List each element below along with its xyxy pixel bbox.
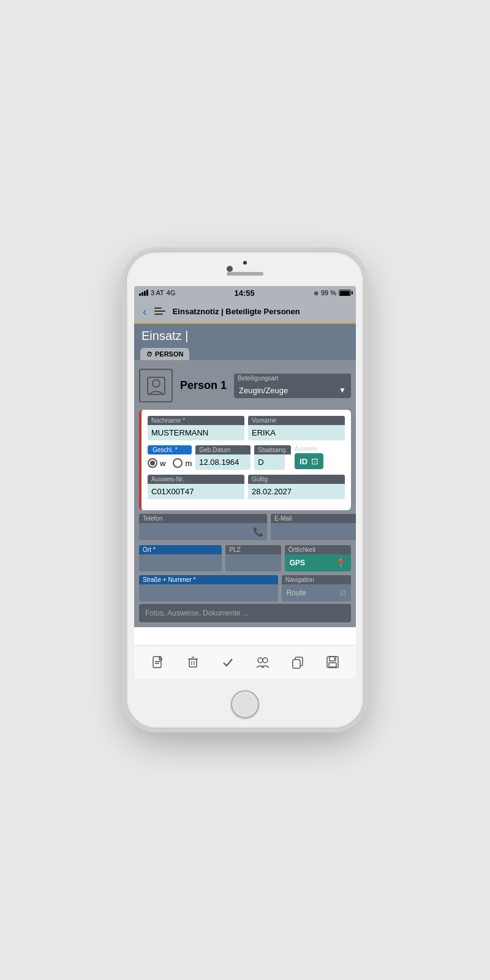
- route-icon: ⊡: [340, 589, 346, 597]
- gebdatum-input[interactable]: [195, 454, 251, 470]
- beteiligungsart-dropdown[interactable]: Zeugin/Zeuge ▼: [234, 383, 351, 398]
- staatsang-col: Staatsang.: [254, 445, 291, 470]
- check-icon: [221, 655, 235, 669]
- person-name: Person 1: [180, 379, 227, 392]
- route-label: Route: [287, 589, 306, 597]
- network-label: 4G: [167, 289, 176, 296]
- toolbar: [134, 645, 356, 679]
- ausweis-col: Ausweis ID ⊡: [295, 445, 323, 469]
- dropdown-arrow-icon: ▼: [339, 386, 346, 394]
- toolbar-btn-check[interactable]: [217, 651, 239, 673]
- toolbar-btn-document[interactable]: [147, 651, 169, 673]
- phone-icon: 📞: [249, 527, 267, 537]
- einsatz-title: Einsatz |: [141, 329, 349, 343]
- geschl-label: Geschl. *: [148, 445, 192, 454]
- tab-person[interactable]: ⏱ PERSON: [140, 348, 189, 360]
- ort-input[interactable]: [139, 554, 222, 571]
- fotos-label: Fotos, Ausweise, Dokumente ...: [145, 609, 249, 617]
- group-icon: [255, 655, 270, 669]
- signal-bar-4: [146, 290, 148, 296]
- email-input-wrapper: ✉: [271, 523, 356, 540]
- beteiligungsart-value: Zeugin/Zeuge: [239, 386, 288, 395]
- person-avatar: [139, 369, 173, 402]
- radio-w-label: w: [160, 459, 165, 468]
- radio-w-item[interactable]: w: [148, 458, 165, 468]
- time-label: 14:55: [235, 288, 255, 298]
- header-area: Einsatz |: [134, 324, 356, 345]
- save-icon: [326, 655, 339, 669]
- menu-line-2: [154, 311, 165, 312]
- route-field[interactable]: Route ⊡: [282, 584, 351, 601]
- svg-point-11: [263, 658, 268, 663]
- document-icon: [151, 655, 165, 669]
- email-label: E-Mail: [271, 514, 356, 523]
- vorname-col: Vorname: [248, 416, 345, 440]
- plz-label: PLZ: [225, 545, 281, 554]
- phone-home-button[interactable]: [231, 690, 259, 718]
- middle-row: Geschl. * w m: [148, 445, 345, 470]
- fotos-bar[interactable]: Fotos, Ausweise, Dokumente ...: [139, 604, 351, 622]
- contact-row: Telefon 📞 E-Mail ✉: [139, 514, 351, 540]
- ausweis-row: Ausweis-Nr. Gültig: [148, 475, 345, 499]
- ausweis-nr-col: Ausweis-Nr.: [148, 475, 244, 499]
- ort-col: Ort *: [139, 545, 222, 571]
- menu-line-1: [154, 307, 162, 309]
- nachname-input[interactable]: [148, 425, 244, 440]
- svg-rect-16: [329, 663, 336, 667]
- ort-label: Ort *: [139, 545, 222, 554]
- phone-speaker: [227, 272, 263, 276]
- email-field: E-Mail ✉: [271, 514, 356, 540]
- avatar-icon: [145, 375, 167, 397]
- phone-screen: 3 AT 4G 14:55 ⊕ 99 % ‹ Einsatznotiz | Be…: [134, 286, 356, 679]
- email-input[interactable]: [271, 523, 356, 540]
- ausweis-nr-input[interactable]: [148, 484, 244, 499]
- ausweis-button[interactable]: ID ⊡: [295, 453, 323, 469]
- toolbar-btn-delete[interactable]: [182, 651, 204, 673]
- address-row: Ort * PLZ Örtlichkeit GPS 📍: [139, 545, 351, 571]
- person-name-container: Person 1: [180, 379, 227, 392]
- svg-rect-5: [189, 659, 197, 667]
- staatsang-label: Staatsang.: [254, 445, 291, 454]
- staatsang-input[interactable]: [254, 454, 285, 470]
- gps-button[interactable]: GPS 📍: [285, 554, 351, 571]
- telefon-input[interactable]: [139, 523, 249, 540]
- toolbar-btn-save[interactable]: [322, 651, 344, 673]
- gebdatum-label: Geb.Datum: [195, 445, 251, 454]
- menu-line-3: [154, 314, 163, 315]
- person-header: Person 1 Beteiligungsart Zeugin/Zeuge ▼: [139, 365, 351, 406]
- svg-rect-13: [293, 660, 300, 668]
- back-button[interactable]: ‹: [140, 304, 149, 318]
- strasse-row: Straße + Nummer * Navigation Route ⊡: [139, 575, 351, 601]
- telefon-field: Telefon 📞: [139, 514, 267, 540]
- ausweis-btn-text: ID: [300, 457, 307, 466]
- form-card: Nachname * Vorname Geschl. *: [139, 410, 351, 510]
- toolbar-btn-group[interactable]: [252, 651, 274, 673]
- nachname-label: Nachname *: [148, 416, 244, 425]
- oertlichkeit-label: Örtlichkeit: [285, 545, 351, 554]
- nav-title: Einsatznotiz | Beteiligte Personen: [173, 307, 300, 316]
- radio-m-label: m: [185, 459, 192, 468]
- status-left: 3 AT 4G: [139, 289, 176, 296]
- toolbar-btn-copy[interactable]: [287, 651, 309, 673]
- vorname-input[interactable]: [248, 425, 345, 440]
- telefon-input-wrapper: 📞: [139, 523, 267, 540]
- radio-m-item[interactable]: m: [173, 458, 192, 468]
- svg-point-10: [258, 658, 263, 663]
- gueltig-label: Gültig: [248, 475, 345, 484]
- gueltig-input[interactable]: [248, 484, 345, 499]
- oertlichkeit-col: Örtlichkeit GPS 📍: [285, 545, 351, 571]
- strasse-col: Straße + Nummer *: [139, 575, 278, 601]
- copy-icon: [291, 655, 304, 669]
- tab-person-icon: ⏱: [146, 351, 153, 358]
- strasse-input[interactable]: [139, 584, 278, 601]
- at-icon: ⊕: [314, 290, 318, 296]
- list-menu-button[interactable]: [154, 307, 165, 315]
- signal-bar-3: [144, 291, 146, 296]
- plz-input[interactable]: [225, 554, 281, 571]
- strasse-label: Straße + Nummer *: [139, 575, 278, 584]
- gender-radios: w m: [148, 458, 192, 468]
- battery-fill: [340, 291, 350, 295]
- vorname-label: Vorname: [248, 416, 345, 425]
- battery-pct: 99 %: [321, 289, 336, 296]
- gps-icon: 📍: [336, 558, 346, 568]
